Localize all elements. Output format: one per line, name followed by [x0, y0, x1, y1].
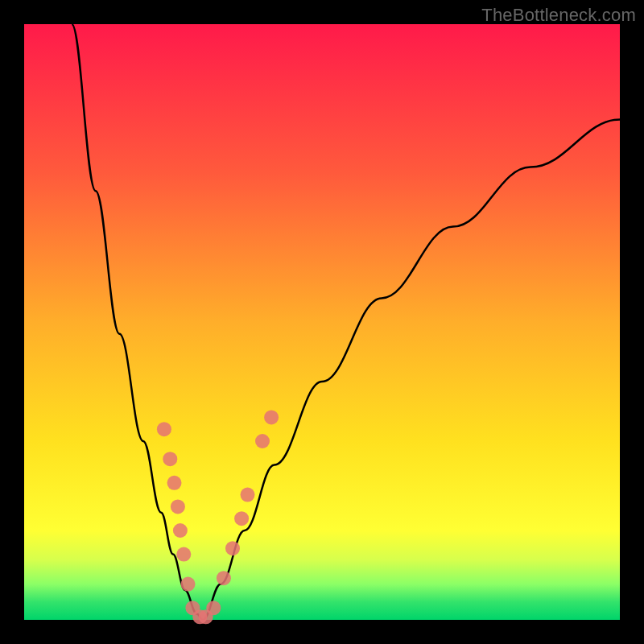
data-marker	[163, 452, 177, 466]
data-marker	[171, 499, 185, 514]
chart-svg	[24, 24, 620, 620]
watermark-text: TheBottleneck.com	[481, 5, 636, 26]
data-marker	[255, 434, 270, 448]
chart-frame: TheBottleneck.com	[0, 0, 644, 644]
data-marker	[217, 571, 231, 585]
data-marker	[157, 422, 171, 436]
right-curve	[203, 119, 620, 620]
data-marker	[241, 488, 255, 502]
data-markers	[157, 410, 279, 624]
data-marker	[167, 476, 182, 490]
data-marker	[225, 541, 240, 555]
data-marker	[173, 523, 188, 538]
data-marker	[176, 547, 191, 562]
data-marker	[181, 577, 196, 592]
data-marker	[206, 601, 221, 615]
plot-area	[24, 24, 620, 620]
data-marker	[234, 511, 249, 526]
data-marker	[264, 410, 279, 424]
